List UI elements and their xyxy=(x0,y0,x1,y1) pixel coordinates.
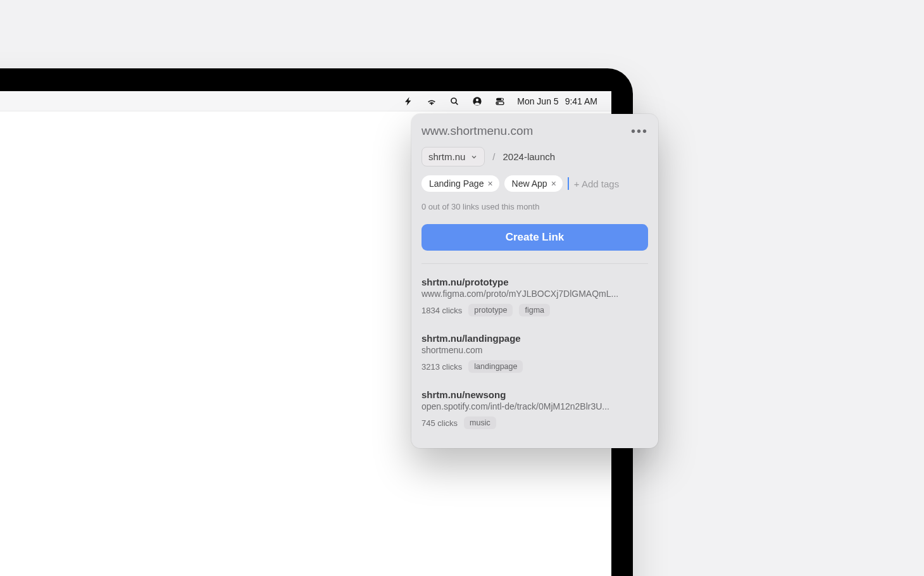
add-tags-placeholder: + Add tags xyxy=(574,178,619,189)
shorten-link-popover: www.shortmenu.com ••• shrtm.nu / 2024-la… xyxy=(411,114,658,448)
menubar-date[interactable]: Mon Jun 5 xyxy=(517,96,558,106)
menubar-time[interactable]: 9:41 AM xyxy=(565,96,597,106)
link-item[interactable]: shrtm.nu/landingpageshortmenu.com3213 cl… xyxy=(411,324,658,380)
power-icon[interactable] xyxy=(403,96,415,107)
section-divider xyxy=(421,263,648,264)
link-tag-chip: music xyxy=(464,416,496,429)
link-meta: 745 clicksmusic xyxy=(421,416,648,429)
link-short-url: shrtm.nu/landingpage xyxy=(421,333,648,344)
link-short-url: shrtm.nu/newsong xyxy=(421,389,648,400)
link-clicks: 745 clicks xyxy=(421,418,458,428)
tag-label: Landing Page xyxy=(429,178,484,189)
link-long-url: open.spotify.com/intl-de/track/0MjM12n2B… xyxy=(421,401,648,411)
domain-label: shrtm.nu xyxy=(428,151,465,162)
tag-remove-icon[interactable]: × xyxy=(487,178,492,189)
tag[interactable]: Landing Page× xyxy=(421,175,499,192)
svg-point-5 xyxy=(501,98,503,100)
wifi-icon[interactable] xyxy=(426,96,437,107)
tag-remove-icon[interactable]: × xyxy=(551,178,556,189)
svg-point-2 xyxy=(476,98,478,101)
tag-label: New App xyxy=(512,178,547,189)
domain-select[interactable]: shrtm.nu xyxy=(421,147,485,166)
url-title[interactable]: www.shortmenu.com xyxy=(421,124,533,138)
link-long-url: shortmenu.com xyxy=(421,345,648,355)
link-tag-chip: figma xyxy=(519,304,550,316)
svg-point-0 xyxy=(451,98,456,103)
link-clicks: 3213 clicks xyxy=(421,362,462,372)
create-link-button[interactable]: Create Link xyxy=(421,224,648,251)
link-meta: 1834 clicksprototypefigma xyxy=(421,304,648,316)
link-meta: 3213 clickslandingpage xyxy=(421,360,648,373)
popover-titlebar: www.shortmenu.com ••• xyxy=(421,124,648,138)
slug-input[interactable]: 2024-launch xyxy=(503,151,556,162)
usage-text: 0 out of 30 links used this month xyxy=(421,202,648,211)
chevron-down-icon xyxy=(470,153,478,161)
tag-row: Landing Page×New App× + Add tags xyxy=(421,175,648,192)
control-center-icon[interactable] xyxy=(494,96,506,107)
link-item[interactable]: shrtm.nu/prototypewww.figma.com/proto/mY… xyxy=(411,268,658,324)
search-icon[interactable] xyxy=(449,96,460,107)
user-icon[interactable] xyxy=(471,96,483,107)
link-long-url: www.figma.com/proto/mYJLBOCXj7DlGMAQmL..… xyxy=(421,289,648,299)
path-separator: / xyxy=(492,151,495,162)
path-row: shrtm.nu / 2024-launch xyxy=(421,147,648,166)
menu-bar: Mon Jun 5 9:41 AM xyxy=(0,91,611,111)
link-item[interactable]: shrtm.nu/newsongopen.spotify.com/intl-de… xyxy=(411,380,658,437)
link-short-url: shrtm.nu/prototype xyxy=(421,277,648,287)
add-tags-input[interactable]: + Add tags xyxy=(568,177,619,190)
link-tag-chip: prototype xyxy=(468,304,513,316)
tag[interactable]: New App× xyxy=(504,175,563,192)
svg-point-6 xyxy=(497,102,499,104)
link-tag-chip: landingpage xyxy=(468,360,523,373)
link-clicks: 1834 clicks xyxy=(421,306,462,315)
links-list: shrtm.nu/prototypewww.figma.com/proto/mY… xyxy=(411,268,658,437)
more-options-icon[interactable]: ••• xyxy=(631,125,648,137)
